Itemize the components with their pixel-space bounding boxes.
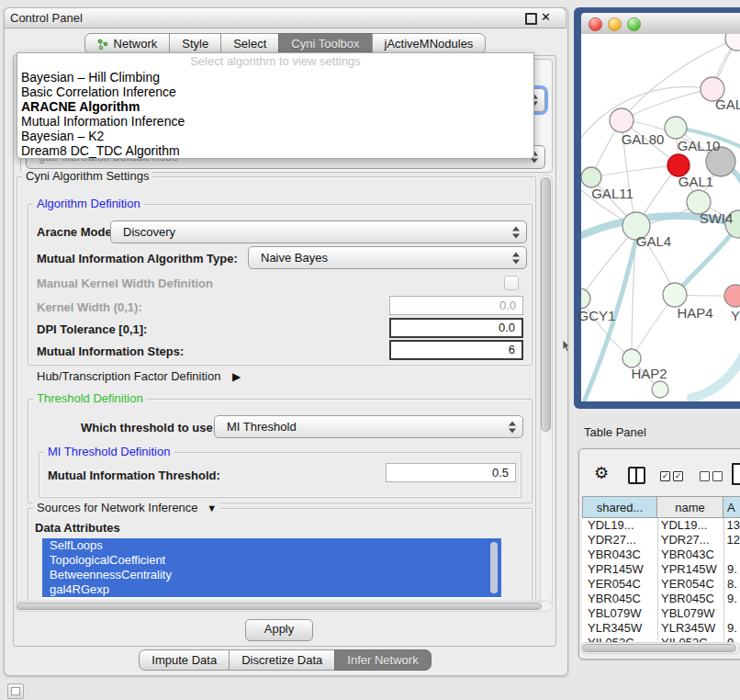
node-label: SWI4 [700, 210, 734, 226]
tab-discretize-data[interactable]: Discretize Data [229, 649, 335, 671]
node-label: GAL11 [591, 186, 633, 201]
column-divider [723, 518, 724, 641]
tab-cyni-toolbox[interactable]: Cyni Toolbox [278, 33, 372, 54]
top-tab-bar: Network Style Select Cyni Toolbox jActiv… [4, 33, 566, 54]
node-label: GAL10 [678, 138, 721, 153]
table-row[interactable]: YDL19... YDL19... 13 [582, 518, 740, 533]
node-gcy1[interactable] [581, 288, 590, 309]
mi-threshold-field[interactable]: 0.5 [386, 463, 516, 482]
tab-style[interactable]: Style [169, 33, 221, 54]
node-hap4[interactable] [663, 283, 687, 307]
tab-impute-data[interactable]: Impute Data [139, 649, 230, 671]
sources-group-title[interactable]: Sources for Network Inference ▼ [33, 502, 220, 514]
panel-corner-button[interactable] [7, 683, 24, 699]
mi-threshold-group-title: MI Threshold Definition [44, 446, 174, 458]
list-item[interactable]: SelfLoops [42, 538, 501, 553]
node-label: GCY1 [578, 308, 616, 323]
which-threshold-combo[interactable]: MI Threshold [214, 415, 523, 438]
float-panel-icon[interactable] [525, 13, 537, 25]
node-gal11[interactable] [581, 167, 601, 187]
close-icon[interactable]: ✕ [541, 10, 551, 24]
hub-section-label[interactable]: Hub/Transcription Factor Definition ▶ [37, 369, 241, 384]
screen: Control Panel ✕ Network Style Select Cyn… [0, 0, 740, 700]
table-row[interactable]: YER054C YER054C 8. [582, 577, 740, 592]
list-item[interactable]: gal4RGexp [42, 582, 501, 597]
minimize-window-icon[interactable] [608, 17, 622, 31]
algorithm-option[interactable]: Basic Correlation Inference [17, 85, 533, 99]
table-row[interactable]: YPR145W YPR145W 9. [582, 562, 740, 577]
mi-type-combo[interactable]: Naive Bayes [248, 246, 527, 269]
checkbox-unchecked-icon[interactable] [712, 471, 723, 481]
table-body: YDL19... YDL19... 13 YDR27... YDR27... 1… [582, 518, 740, 643]
network-window-titlebar[interactable] [581, 13, 740, 35]
aracne-mode-label: Aracne Mode: [37, 225, 116, 240]
node-gal10[interactable] [665, 117, 687, 139]
stepper-icon [509, 421, 516, 433]
node-label: Y [731, 308, 740, 323]
tab-select[interactable]: Select [220, 33, 279, 54]
node-label: HAP2 [631, 366, 667, 381]
list-item[interactable]: BetweennessCentrality [42, 568, 501, 582]
table-header: shared... name A [582, 496, 740, 518]
mi-steps-field[interactable]: 6 [389, 340, 523, 360]
control-panel-titlebar [4, 7, 566, 28]
table-panel-title: Table Panel [584, 425, 646, 439]
algorithm-option[interactable]: Bayesian – Hill Climbing [17, 70, 533, 85]
stepper-icon [512, 252, 520, 264]
panel-title: Control Panel [10, 11, 83, 25]
node-gal80[interactable] [610, 108, 633, 132]
node-label: HAP4 [677, 305, 712, 321]
column-header-shared[interactable]: shared... [582, 496, 657, 518]
settings-hscrollbar-thumb[interactable] [17, 603, 542, 610]
kernel-width-label: Kernel Width (0,1): [37, 300, 142, 315]
collapse-right-icon[interactable]: ▶ [232, 370, 241, 383]
zoom-window-icon[interactable] [627, 17, 641, 31]
table-hscrollbar-thumb[interactable] [582, 644, 736, 652]
algorithm-option[interactable]: Bayesian – K2 [17, 129, 533, 143]
algorithm-option-selected[interactable]: ARACNE Algorithm [17, 99, 533, 114]
list-item[interactable]: TopologicalCoefficient [42, 553, 501, 568]
algorithm-option[interactable]: Mutual Information Inference [17, 114, 533, 129]
node[interactable] [652, 381, 668, 398]
data-attributes-list: SelfLoops TopologicalCoefficient Between… [42, 538, 501, 599]
collapse-down-icon[interactable]: ▼ [207, 502, 217, 514]
list-scrollbar-thumb[interactable] [490, 542, 498, 593]
manual-kernel-checkbox[interactable] [504, 276, 519, 290]
column-header-partial[interactable]: A [723, 496, 740, 518]
settings-scrollbar-thumb[interactable] [541, 177, 551, 432]
table-row[interactable]: YLR345W YLR345W 9. [582, 621, 740, 636]
table-row[interactable]: YBL079W YBL079W [582, 606, 740, 621]
algorithm-option[interactable]: Dream8 DC_TDC Algorithm [17, 143, 533, 158]
node-salmon[interactable] [724, 285, 740, 307]
close-window-icon[interactable] [589, 17, 602, 31]
which-threshold-label: Which threshold to use: [81, 421, 217, 435]
aracne-mode-combo[interactable]: Discovery [110, 220, 527, 243]
kernel-width-field[interactable]: 0.0 [389, 296, 523, 315]
tab-infer-network[interactable]: Infer Network [334, 649, 431, 671]
dpi-tolerance-field[interactable]: 0.0 [389, 318, 523, 338]
stepper-icon [512, 226, 520, 238]
apply-button[interactable]: Apply [245, 619, 313, 641]
tab-jactivemnodules[interactable]: jActiveMNodules [372, 33, 487, 54]
checkbox-checked-icon[interactable]: ✓ [660, 471, 670, 481]
node-hap2[interactable] [622, 349, 641, 367]
node[interactable] [725, 34, 740, 51]
split-columns-icon[interactable] [628, 467, 645, 484]
table-row[interactable]: YDR27... YDR27... 12 [582, 533, 740, 548]
table-row[interactable]: YBR045C YBR045C 9. [582, 592, 740, 606]
mouse-cursor [562, 340, 571, 353]
algorithm-dropdown-popup: Select algorithm to view settings Bayesi… [17, 52, 534, 159]
table-row[interactable]: YBR043C YBR043C [582, 548, 740, 562]
tab-network[interactable]: Network [84, 33, 171, 54]
mi-steps-label: Mutual Information Steps: [37, 344, 184, 359]
gear-icon[interactable]: ⚙ [594, 465, 609, 481]
column-header-name[interactable]: name [657, 496, 723, 518]
new-table-icon[interactable] [732, 463, 740, 485]
mi-type-label: Mutual Information Algorithm Type: [37, 252, 238, 266]
node-label: GAL1 [678, 174, 713, 189]
node-label: GAL4 [636, 233, 671, 249]
checkbox-checked-icon[interactable]: ✓ [673, 471, 683, 481]
checkbox-unchecked-icon[interactable] [700, 471, 710, 481]
manual-kernel-label: Manual Kernel Width Definition [37, 277, 213, 291]
column-divider [657, 518, 658, 641]
